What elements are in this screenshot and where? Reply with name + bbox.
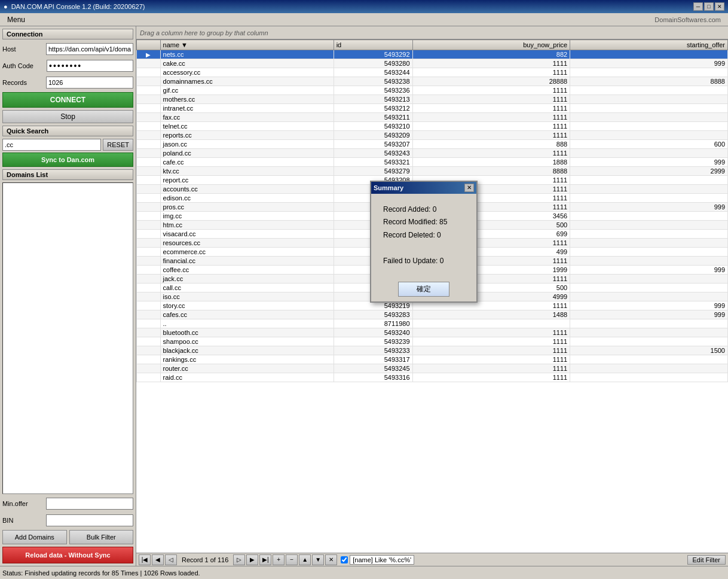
modal-ok-button[interactable]: 確定 [398,282,449,297]
summary-modal: Summary ✕ Record Added: 0 Record Modifie… [370,181,478,303]
modal-title-bar: Summary ✕ [371,182,476,194]
failed-update-text: Failed to Update: 0 [383,255,464,268]
record-added-text: Record Added: 0 [383,203,464,217]
modal-overlay: Summary ✕ Record Added: 0 Record Modifie… [0,0,728,579]
modal-close-button[interactable]: ✕ [464,184,474,192]
record-modified-text: Record Modified: 85 [383,216,464,229]
modal-footer: 確定 [371,277,476,301]
modal-title: Summary [374,184,403,191]
record-deleted-text: Record Deleted: 0 [383,229,464,242]
modal-body: Record Added: 0 Record Modified: 85 Reco… [371,194,476,278]
